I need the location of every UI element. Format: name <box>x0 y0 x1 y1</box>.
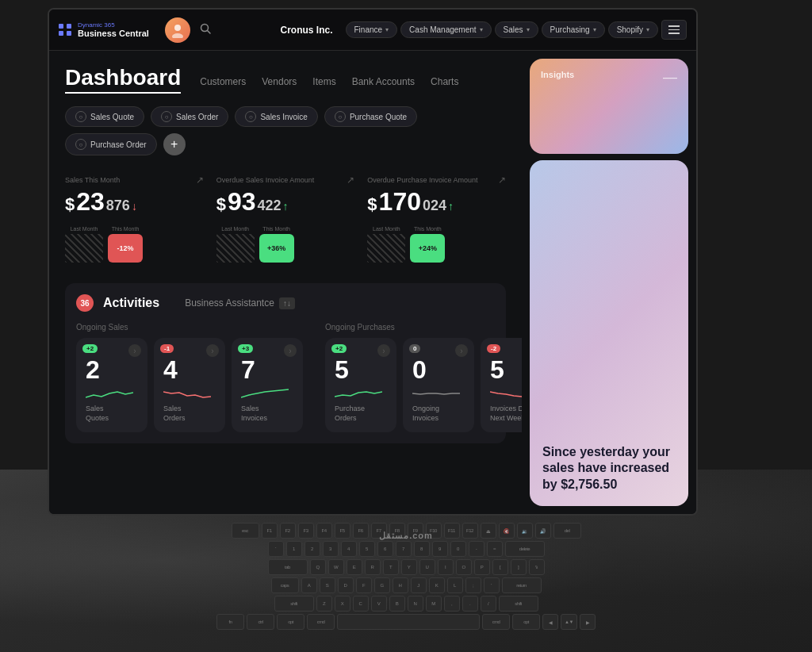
sales-quotes-num: 2 <box>86 357 138 382</box>
trend-arrow-2: ↑ <box>283 200 289 213</box>
nav-pill-cash[interactable]: Cash Management ▾ <box>400 21 492 38</box>
nav-pill-shopify[interactable]: Shopify ▾ <box>608 21 658 38</box>
sales-invoices-nav[interactable]: › <box>284 344 297 357</box>
tab-vendors[interactable]: Vendors <box>262 76 297 89</box>
avatar[interactable] <box>165 17 190 43</box>
purchase-quote-button[interactable]: ○ Purchase Quote <box>324 106 417 127</box>
stat-nav-btn-3[interactable]: ↗ <box>498 175 506 186</box>
activity-card-sales-invoices[interactable]: +3 › 7 SalesInvoices <box>232 338 303 432</box>
purchase-quote-icon: ○ <box>335 111 346 122</box>
business-assistant-tab[interactable]: Business Assistantce ↑↓ <box>185 297 295 309</box>
activity-groups: Ongoing Sales +2 › 2 <box>76 323 495 432</box>
tab-bank-accounts[interactable]: Bank Accounts <box>352 76 415 89</box>
nav-pill-purchasing[interactable]: Purchasing ▾ <box>542 21 605 38</box>
invoices-due-num: 5 <box>490 357 522 382</box>
brand-text: Dynamic 365 Business Central <box>78 21 149 38</box>
insights-panel: Insights — Since yesterday your sales ha… <box>522 51 696 514</box>
brand-subtitle: Dynamic 365 <box>78 21 149 29</box>
sales-order-icon: ○ <box>161 111 172 122</box>
activity-card-invoices-due[interactable]: -2 › 5 Invoices DueNext Week <box>481 338 522 432</box>
svg-point-1 <box>172 33 183 38</box>
invoices-due-desc: Invoices DueNext Week <box>490 405 522 423</box>
sales-invoice-button[interactable]: ○ Sales Invoice <box>235 106 317 127</box>
dashboard-header: Dashboard Customers Vendors Items Bank A… <box>65 65 506 94</box>
brand-logo: Dynamic 365 Business Central <box>59 21 149 38</box>
sales-invoices-sparkline <box>241 385 293 401</box>
stat-nav-btn-1[interactable]: ↗ <box>196 175 204 186</box>
activities-count-badge: 36 <box>76 294 94 312</box>
nav-pill-finance[interactable]: Finance ▾ <box>346 21 398 38</box>
add-action-button[interactable]: + <box>163 133 186 155</box>
assistant-icon: ↑↓ <box>279 297 295 309</box>
activities-header: 36 Activities Business Assistantce ↑↓ <box>76 294 495 312</box>
insights-message: Since yesterday your sales have increase… <box>542 444 676 493</box>
sales-orders-sparkline <box>163 385 216 401</box>
sales-order-button[interactable]: ○ Sales Order <box>151 106 228 127</box>
stat-value-3: $ 170 024 ↑ <box>367 187 506 217</box>
nav-pills: Finance ▾ Cash Management ▾ Sales ▾ Purc… <box>346 20 687 40</box>
activity-card-purchase-orders[interactable]: +2 › 5 PurchaseOrders <box>325 338 396 432</box>
ongoing-invoices-nav[interactable]: › <box>455 344 468 357</box>
brand-title: Business Central <box>78 29 149 38</box>
purchase-orders-desc: PurchaseOrders <box>335 405 387 423</box>
sales-orders-num: 4 <box>163 357 216 382</box>
stat-value-1: $ 23 876 ↓ <box>65 187 204 217</box>
activity-card-sales-orders[interactable]: -1 › 4 SalesOrders <box>154 338 225 432</box>
stat-badge-3: +24% <box>410 234 445 263</box>
insights-minus-icon[interactable]: — <box>663 70 677 84</box>
company-name: Cronus Inc. <box>281 25 333 36</box>
svg-line-3 <box>207 31 210 34</box>
activity-card-sales-quotes[interactable]: +2 › 2 SalesQuotes <box>76 338 147 432</box>
invoices-due-sparkline <box>490 385 522 401</box>
ongoing-purchases-group: Ongoing Purchases +2 › 5 <box>325 323 522 432</box>
invoices-due-badge: -2 <box>487 344 500 353</box>
search-button[interactable] <box>197 20 214 40</box>
trend-arrow-1: ↓ <box>132 200 137 213</box>
ongoing-sales-group: Ongoing Sales +2 › 2 <box>76 323 303 432</box>
ongoing-invoices-desc: OngoingInvoices <box>412 405 465 423</box>
tab-customers[interactable]: Customers <box>200 76 246 89</box>
purchase-orders-sparkline <box>335 385 387 401</box>
top-navigation: Dynamic 365 Business Central Cronus Inc. <box>49 10 696 51</box>
insights-card-2: Since yesterday your sales have increase… <box>530 160 688 506</box>
sales-invoices-num: 7 <box>241 357 293 382</box>
stat-label-1: Sales This Month <box>65 176 204 184</box>
stat-chart-1: Last Month This Month -12% <box>65 223 204 263</box>
tab-charts[interactable]: Charts <box>431 76 458 89</box>
ongoing-invoices-sparkline <box>412 385 465 401</box>
nav-pill-sales[interactable]: Sales ▾ <box>495 21 538 38</box>
activity-card-ongoing-invoices[interactable]: 0 › 0 OngoingInvoices <box>403 338 474 432</box>
sales-orders-nav[interactable]: › <box>206 344 219 357</box>
insights-label: Insights <box>541 70 574 79</box>
watermark: مستقل.com <box>379 531 433 541</box>
sales-invoices-badge: +3 <box>238 344 253 353</box>
sales-invoice-icon: ○ <box>245 111 256 122</box>
sales-quotes-nav[interactable]: › <box>128 344 141 357</box>
sales-orders-desc: SalesOrders <box>163 405 216 423</box>
sales-invoices-desc: SalesInvoices <box>241 405 293 423</box>
sales-quotes-badge: +2 <box>82 344 98 353</box>
tab-items[interactable]: Items <box>312 76 335 89</box>
hamburger-menu[interactable] <box>661 20 687 40</box>
sales-quote-button[interactable]: ○ Sales Quote <box>65 106 144 127</box>
sales-quotes-desc: SalesQuotes <box>86 405 138 423</box>
stat-label-3: Overdue Purchase Invoice Amount <box>367 176 506 184</box>
stat-nav-btn-2[interactable]: ↗ <box>347 175 354 186</box>
stat-label-2: Overdue Sales Invoice Amount <box>216 176 355 184</box>
dashboard-title: Dashboard <box>65 65 181 94</box>
purchase-order-button[interactable]: ○ Purchase Order <box>65 133 157 155</box>
ongoing-purchases-cards: +2 › 5 PurchaseOrders <box>325 338 522 432</box>
ongoing-invoices-num: 0 <box>412 357 465 382</box>
stat-overdue-purchase: ↗ Overdue Purchase Invoice Amount $ 170 … <box>367 170 506 269</box>
dashboard-tabs: Customers Vendors Items Bank Accounts Ch… <box>200 76 458 89</box>
stat-sales-month: ↗ Sales This Month $ 23 876 ↓ Last Month <box>65 170 204 269</box>
trend-arrow-3: ↑ <box>448 200 454 213</box>
purchase-orders-badge: +2 <box>331 344 347 353</box>
ongoing-sales-cards: +2 › 2 SalesQuotes <box>76 338 303 432</box>
sales-orders-badge: -1 <box>160 344 174 353</box>
quick-actions-bar: ○ Sales Quote ○ Sales Order ○ Sales Invo… <box>65 106 506 155</box>
stat-chart-3: Last Month This Month +24% <box>367 223 506 263</box>
activities-section: 36 Activities Business Assistantce ↑↓ On… <box>65 283 506 443</box>
purchase-orders-nav[interactable]: › <box>377 344 390 357</box>
last-month-bar-1 <box>65 234 103 263</box>
